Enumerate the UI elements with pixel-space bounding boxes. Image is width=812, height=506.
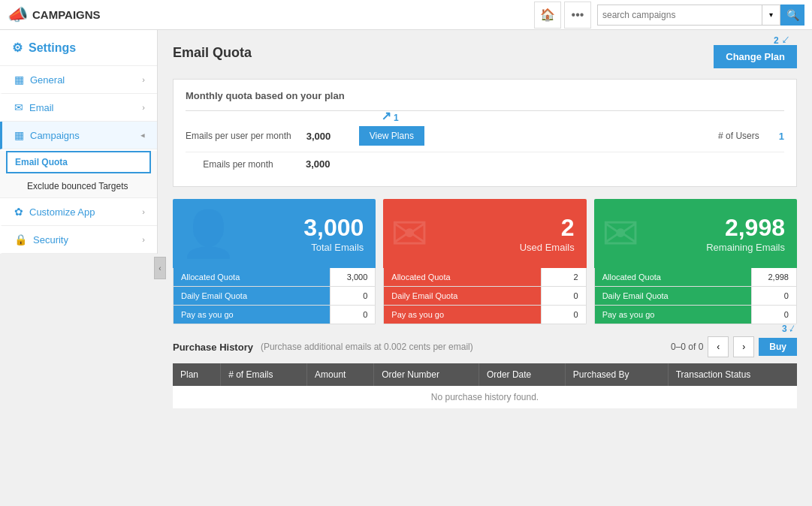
total-payg-label: Pay as you go	[174, 306, 330, 324]
used-row-2: Pay as you go 0	[384, 306, 585, 324]
col-emails: # of Emails	[221, 363, 307, 386]
stat-card-remaining: ✉ 2,998 Remaining Emails Allocated Quota…	[594, 199, 797, 324]
main-content: Email Quota 2 ↓ Change Plan Monthly quot…	[158, 30, 812, 506]
pagination-info: 0–0 of 0	[671, 342, 703, 352]
table-body: No purchase history found.	[173, 386, 797, 409]
campaigns-arrow: ▾	[138, 133, 148, 137]
used-daily-value: 0	[541, 287, 586, 305]
no-data-cell: No purchase history found.	[173, 386, 797, 409]
total-payg-value: 0	[330, 306, 375, 324]
purchase-history-section: Purchase History (Purchase additional em…	[173, 336, 797, 409]
buy-button[interactable]: Buy	[759, 338, 797, 356]
no-data-text: No purchase history found.	[431, 392, 539, 402]
purchase-subtitle: (Purchase additional emails at 0.002 cen…	[261, 342, 473, 352]
quota-row-per-user: Emails per user per month 3,000 ↙ 1 View…	[186, 120, 784, 152]
page-header-left: Email Quota	[173, 45, 252, 68]
layout: ⚙ Settings ▦ General › ✉ Email › ▦ Campa…	[0, 30, 812, 506]
remaining-row-0: Allocated Quota 2,998	[595, 268, 796, 287]
used-allocated-label: Allocated Quota	[384, 268, 540, 286]
email-icon: ✉	[14, 101, 23, 113]
sidebar-item-general-label: General	[30, 74, 65, 86]
nav-icons: 🏠 •••	[534, 2, 591, 29]
quota-subtitle: Monthly quota based on your plan	[186, 90, 784, 101]
search-button[interactable]: 🔍	[780, 5, 804, 26]
search-dropdown-button[interactable]: ▾	[762, 5, 780, 26]
emails-per-month-label: Emails per month	[186, 159, 291, 170]
page-title: Email Quota	[173, 45, 252, 61]
total-row-2: Pay as you go 0	[174, 306, 375, 324]
sidebar-item-email[interactable]: ✉ Email ›	[0, 94, 157, 122]
total-emails-label: Total Emails	[311, 242, 364, 253]
more-button[interactable]: •••	[564, 2, 591, 29]
search-input[interactable]	[597, 5, 762, 26]
col-purchased-by: Purchased By	[565, 363, 668, 386]
remaining-daily-label: Daily Email Quota	[595, 287, 751, 305]
sidebar-collapse-button[interactable]: ‹	[154, 257, 166, 279]
view-plans-button[interactable]: View Plans	[359, 126, 424, 146]
sidebar-sub-exclude-bounced[interactable]: Exclude bounced Targets	[0, 175, 157, 198]
customize-arrow: ›	[142, 207, 145, 216]
page-header-right: 2 ↓ Change Plan	[714, 45, 797, 68]
used-allocated-value: 2	[541, 268, 586, 286]
total-bg-icon: 👤	[180, 207, 237, 261]
col-order-date: Order Date	[478, 363, 565, 386]
stat-card-remaining-header: ✉ 2,998 Remaining Emails	[594, 199, 797, 268]
total-daily-value: 0	[330, 287, 375, 305]
security-icon: 🔒	[14, 233, 27, 245]
used-row-1: Daily Email Quota 0	[384, 287, 585, 306]
purchase-controls: 0–0 of 0 ‹ › 3 ↓ Buy	[671, 336, 797, 357]
settings-icon: ⚙	[12, 41, 23, 55]
users-label: # of Users	[718, 131, 759, 141]
sidebar-sub-email-quota[interactable]: Email Quota	[6, 151, 151, 173]
change-plan-button[interactable]: Change Plan	[714, 45, 797, 68]
security-arrow: ›	[142, 235, 145, 244]
total-card-rows: Allocated Quota 3,000 Daily Email Quota …	[173, 268, 376, 324]
email-quota-label: Email Quota	[15, 157, 68, 167]
sidebar-item-general[interactable]: ▦ General ›	[0, 66, 157, 94]
email-arrow: ›	[142, 103, 145, 112]
remaining-card-rows: Allocated Quota 2,998 Daily Email Quota …	[594, 268, 797, 324]
sidebar-item-customize-label: Customize App	[29, 206, 95, 218]
remaining-emails-label: Remaining Emails	[706, 242, 785, 253]
top-nav: 📣 CAMPAIGNS 🏠 ••• ▾ 🔍	[0, 0, 812, 30]
stat-card-total: 👤 3,000 Total Emails Allocated Quota 3,0…	[173, 199, 376, 324]
campaigns-icon: ▦	[14, 129, 24, 141]
purchase-header: Purchase History (Purchase additional em…	[173, 336, 797, 357]
purchase-title: Purchase History	[173, 342, 253, 353]
sidebar: ⚙ Settings ▦ General › ✉ Email › ▦ Campa…	[0, 30, 158, 254]
remaining-bg-icon: ✉	[602, 207, 639, 260]
emails-per-user-value: 3,000	[306, 131, 344, 142]
sidebar-title: Settings	[29, 41, 76, 55]
remaining-daily-value: 0	[751, 287, 796, 305]
col-transaction-status: Transaction Status	[668, 363, 797, 386]
remaining-allocated-value: 2,998	[751, 268, 796, 286]
brand: 📣 CAMPAIGNS	[8, 5, 158, 25]
table-header: Plan # of Emails Amount Order Number Ord…	[173, 363, 797, 386]
customize-icon: ✿	[14, 206, 23, 218]
used-payg-label: Pay as you go	[384, 306, 540, 324]
sidebar-item-security[interactable]: 🔒 Security ›	[0, 226, 157, 254]
annotation-1: ↙ 1	[382, 110, 399, 124]
sidebar-header: ⚙ Settings	[0, 30, 157, 66]
total-allocated-label: Allocated Quota	[174, 268, 330, 286]
sidebar-item-campaigns[interactable]: ▦ Campaigns ▾	[0, 122, 157, 149]
stat-card-used-header: ✉ 2 Used Emails	[383, 199, 586, 268]
sidebar-item-email-label: Email	[29, 102, 54, 113]
buy-wrapper: 3 ↓ Buy	[759, 338, 797, 356]
sidebar-item-customize-app[interactable]: ✿ Customize App ›	[0, 198, 157, 226]
sidebar-item-security-label: Security	[33, 234, 68, 245]
emails-per-user-label: Emails per user per month	[186, 131, 291, 141]
brand-label: CAMPAIGNS	[32, 8, 101, 21]
remaining-allocated-label: Allocated Quota	[595, 268, 751, 286]
stat-cards: 👤 3,000 Total Emails Allocated Quota 3,0…	[173, 199, 797, 324]
pagination-prev-button[interactable]: ‹	[708, 336, 729, 357]
used-bg-icon: ✉	[391, 207, 428, 260]
used-payg-value: 0	[541, 306, 586, 324]
home-button[interactable]: 🏠	[534, 2, 561, 29]
search-container: ▾ 🔍	[597, 5, 804, 26]
general-arrow: ›	[142, 75, 145, 84]
brand-icon: 📣	[8, 5, 28, 25]
total-row-0: Allocated Quota 3,000	[174, 268, 375, 287]
pagination-next-button[interactable]: ›	[733, 336, 754, 357]
col-plan: Plan	[173, 363, 221, 386]
